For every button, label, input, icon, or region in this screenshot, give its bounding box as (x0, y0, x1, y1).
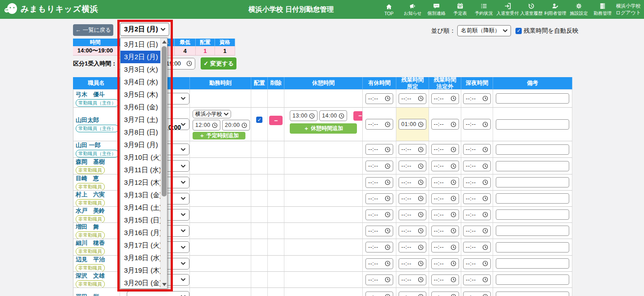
nav-work-management[interactable]: 勤務管理 (591, 2, 614, 17)
overtime-assigned-input[interactable]: --:-- (399, 161, 426, 171)
overtime-assigned-input[interactable]: --:-- (399, 242, 426, 252)
shift-type-select[interactable] (127, 291, 189, 296)
apply-change-button[interactable]: ✓ 変更する (201, 57, 236, 70)
overtime-statutory-input[interactable]: --:-- (431, 258, 459, 269)
overtime-assigned-input[interactable]: --:-- (399, 144, 426, 155)
overtime-assigned-input[interactable]: --:-- (399, 93, 426, 104)
paid-leave-input[interactable]: --:-- (365, 242, 393, 252)
overtime-statutory-input[interactable]: --:-- (431, 242, 459, 252)
paid-leave-input[interactable]: --:-- (365, 119, 393, 130)
scroll-down-arrow-icon[interactable] (162, 283, 167, 286)
night-time-input[interactable]: --:-- (463, 292, 491, 296)
break-end-input[interactable]: 14:00 (319, 110, 347, 121)
paid-leave-input[interactable]: --:-- (365, 274, 393, 285)
overtime-statutory-input[interactable]: --:-- (431, 177, 459, 188)
logout-button[interactable]: 横浜小学校 ログアウト (614, 3, 642, 16)
paid-leave-input[interactable]: --:-- (365, 177, 393, 188)
remark-input[interactable] (496, 119, 569, 130)
overtime-assigned-input[interactable]: --:-- (399, 258, 426, 269)
delete-shift-button[interactable]: − (269, 116, 283, 125)
overtime-assigned-input[interactable]: 01:00 (399, 119, 426, 130)
overtime-statutory-input[interactable]: --:-- (431, 161, 459, 171)
back-to-list-button[interactable]: ← 一覧に戻る (73, 24, 113, 36)
placement-checkbox[interactable]: ✓ (256, 117, 262, 123)
remark-input[interactable] (496, 292, 569, 296)
remark-input[interactable] (496, 193, 569, 204)
staff-name-cell: 村上 六実非常勤職員 (73, 191, 120, 207)
paid-leave-input[interactable]: --:-- (365, 144, 393, 155)
sort-order-select[interactable]: 名前順（降順） (457, 25, 511, 36)
remark-input[interactable] (496, 209, 569, 220)
night-time-input[interactable]: --:-- (463, 177, 491, 188)
paid-leave-input[interactable]: --:-- (365, 226, 393, 236)
column-header-2: 勤務時刻 (190, 77, 251, 90)
date-select[interactable]: 3月2日 (月) (120, 23, 169, 36)
nav-top[interactable]: TOP (377, 3, 401, 16)
night-time-input[interactable]: --:-- (463, 209, 491, 220)
add-schedule-button[interactable]: ＋予定時刻追加 (193, 132, 245, 139)
work-end-input[interactable]: 20:00 (222, 120, 250, 131)
night-time-input[interactable]: --:-- (463, 193, 491, 204)
scroll-up-arrow-icon[interactable] (162, 40, 167, 44)
overtime-assigned-input[interactable]: --:-- (399, 292, 426, 296)
night-time-input[interactable]: --:-- (463, 144, 491, 155)
nav-facility-settings[interactable]: 施設設定 (567, 2, 591, 17)
overtime-assigned-input[interactable]: --:-- (399, 177, 426, 188)
remark-input[interactable] (496, 144, 569, 155)
overtime-statutory-input[interactable]: --:-- (431, 193, 459, 204)
delete-cell (268, 207, 284, 223)
staff-badges: 非常勤職員 (76, 215, 105, 223)
night-time-input[interactable]: --:-- (463, 93, 491, 104)
nav-reservation-status[interactable]: 予約状況 (472, 2, 496, 17)
nav-entry-history[interactable]: 入退室履歴 (519, 2, 543, 17)
paid-leave-input[interactable]: --:-- (365, 193, 393, 204)
overtime-statutory-input[interactable]: --:-- (431, 292, 459, 296)
night-time-input[interactable]: --:-- (463, 258, 491, 269)
overtime-statutory-input[interactable]: --:-- (431, 209, 459, 220)
nav-entry-reception[interactable]: 入退室受付 (496, 2, 519, 17)
overtime-statutory-input[interactable]: --:-- (431, 144, 459, 155)
section1-to-input[interactable]: 19:00 (163, 58, 195, 70)
overtime-statutory-input[interactable]: --:-- (431, 119, 459, 130)
scrollbar-thumb[interactable] (162, 46, 167, 196)
night-time-input[interactable]: --:-- (463, 226, 491, 236)
paid-leave-input[interactable]: --:-- (365, 292, 393, 296)
night-time-input[interactable]: --:-- (463, 119, 491, 130)
paid-leave-input[interactable]: --:-- (365, 209, 393, 220)
remark-input[interactable] (496, 93, 569, 104)
overtime-assigned-input[interactable]: --:-- (399, 193, 426, 204)
placement-cell (251, 191, 268, 207)
work-start-input[interactable]: 12:00 (193, 120, 220, 131)
remark-input[interactable] (496, 258, 569, 269)
dropdown-scrollbar[interactable] (160, 38, 167, 288)
night-time-input[interactable]: --:-- (463, 161, 491, 171)
overtime-assigned-input[interactable]: --:-- (399, 209, 426, 220)
paid-leave-input[interactable]: --:-- (365, 161, 393, 171)
paid-leave-input[interactable]: --:-- (365, 93, 393, 104)
overtime-auto-checkbox[interactable]: ✓ (515, 28, 522, 34)
remark-input[interactable] (496, 177, 569, 187)
overtime-statutory-input[interactable]: --:-- (431, 93, 459, 104)
paid-leave-input[interactable]: --:-- (365, 258, 393, 269)
overtime-assigned-input[interactable]: --:-- (399, 226, 426, 236)
placement-cell (251, 141, 268, 158)
night-time-input[interactable]: --:-- (463, 242, 491, 252)
remark-input[interactable] (496, 161, 569, 171)
overtime-assigned-input[interactable]: --:-- (399, 274, 426, 285)
add-break-button[interactable]: ＋休憩時間追加 (290, 123, 357, 134)
break-start-input[interactable]: 13:00 (290, 110, 318, 121)
overtime-statutory-input[interactable]: --:-- (431, 274, 459, 285)
nav-news[interactable]: お知らせ (401, 2, 425, 17)
nav-user-management[interactable]: 利用者管理 (543, 2, 567, 17)
remark-input[interactable] (496, 274, 569, 285)
overtime-statutory-input[interactable]: --:-- (431, 226, 459, 236)
overtime-assigned-cell: 01:00 (396, 108, 429, 141)
school-select[interactable]: 横浜小学校 (193, 110, 231, 118)
nav-individual-contact[interactable]: 個別連絡 (425, 2, 448, 17)
remark-input[interactable] (496, 226, 569, 236)
remark-input[interactable] (496, 242, 569, 252)
nav-schedule[interactable]: 予定表 (448, 2, 472, 17)
delete-break-button[interactable]: − (353, 111, 363, 121)
break-time-cell (284, 239, 363, 256)
night-time-input[interactable]: --:-- (463, 274, 491, 285)
